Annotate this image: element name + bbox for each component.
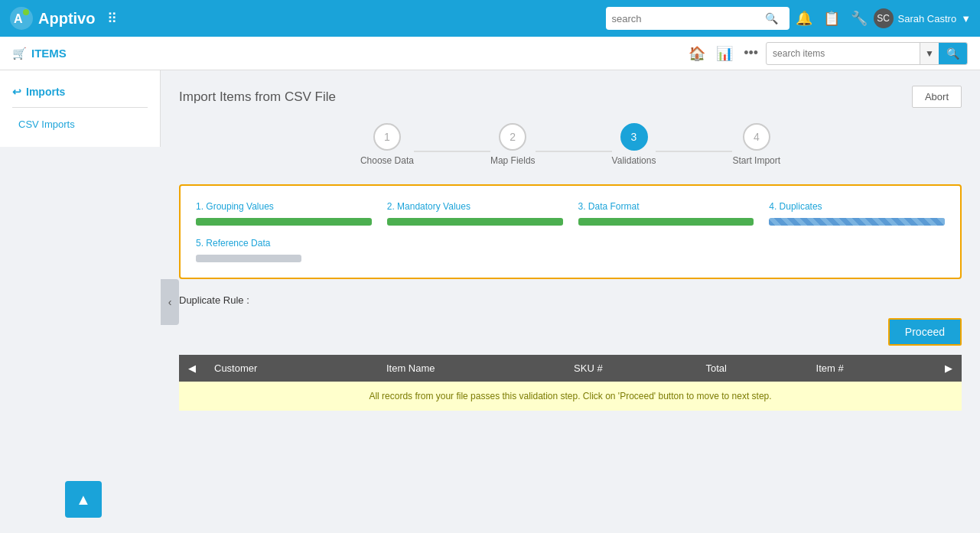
top-search-button[interactable]: 🔍 xyxy=(765,12,778,24)
step-1-circle: 1 xyxy=(373,123,401,151)
progress-bar-2 xyxy=(387,218,563,226)
validation-label-2: 2. Mandatory Values xyxy=(387,201,563,212)
table-col-total: Total xyxy=(696,355,806,382)
import-icon: ↩ xyxy=(12,86,21,98)
table-col-item-name: Item Name xyxy=(377,355,565,382)
table-row: All records from your file passes this v… xyxy=(179,382,962,411)
home-icon[interactable]: 🏠 xyxy=(685,42,708,65)
step-group-2: 2 Map Fields xyxy=(490,123,612,166)
abort-button[interactable]: Abort xyxy=(912,86,962,108)
validation-label-1: 1. Grouping Values xyxy=(196,201,372,212)
sidebar-wrapper: ↩ Imports CSV Imports ‹ xyxy=(0,70,161,533)
sidebar-collapse-button[interactable]: ‹ xyxy=(161,279,179,325)
step-connector-3 xyxy=(656,151,732,152)
step-1: 1 Choose Data xyxy=(360,123,414,166)
sidebar-section-imports: ↩ Imports xyxy=(0,83,160,104)
duplicate-rule-label: Duplicate Rule : xyxy=(179,294,249,306)
sub-navigation: 🛒 ITEMS 🏠 📊 ••• ▼ 🔍 xyxy=(0,37,980,70)
step-3-label: Validations xyxy=(612,155,656,166)
chevron-up-icon: ▲ xyxy=(76,491,91,509)
sidebar-divider xyxy=(12,107,148,108)
duplicate-rule-section: Duplicate Rule : xyxy=(179,294,962,306)
main-content: Import Items from CSV File Abort 1 Choos… xyxy=(161,70,980,533)
step-4-label: Start Import xyxy=(732,155,780,166)
validation-box: 1. Grouping Values 2. Mandatory Values 3… xyxy=(179,184,962,279)
top-search-wrapper: 🔍 🔔 📋 🔧 SC Sarah Castro ▼ xyxy=(606,7,971,30)
notification-icon[interactable]: 🔔 xyxy=(796,10,812,27)
step-4-circle: 4 xyxy=(743,123,770,151)
clipboard-icon[interactable]: 📋 xyxy=(823,10,840,27)
sub-nav-search-input[interactable] xyxy=(767,48,920,59)
table-next-icon[interactable]: ▶ xyxy=(936,355,962,382)
chevron-down-icon: ▼ xyxy=(925,48,934,59)
logo: A Apptivo xyxy=(9,6,95,31)
validation-label-3: 3. Data Format xyxy=(578,201,754,212)
progress-bar-1 xyxy=(196,218,372,226)
step-3-circle: 3 xyxy=(620,123,648,151)
table-body: All records from your file passes this v… xyxy=(179,382,962,411)
validation-label-5: 5. Reference Data xyxy=(196,238,372,249)
step-group-1: 1 Choose Data xyxy=(360,123,490,166)
svg-text:A: A xyxy=(14,12,23,25)
scroll-up-button[interactable]: ▲ xyxy=(65,481,102,518)
apptivo-logo: A xyxy=(9,6,34,31)
user-name: Sarah Castro xyxy=(898,13,957,24)
settings-icon[interactable]: 🔧 xyxy=(851,10,868,27)
user-menu[interactable]: SC Sarah Castro ▼ xyxy=(874,8,971,28)
chart-icon[interactable]: 📊 xyxy=(713,42,736,65)
success-message: All records from your file passes this v… xyxy=(369,391,771,401)
nav-icons: 🔔 📋 🔧 xyxy=(796,10,868,27)
sub-nav-search-bar: ▼ 🔍 xyxy=(766,42,968,65)
step-2-label: Map Fields xyxy=(490,155,536,166)
top-search-bar: 🔍 xyxy=(606,7,790,30)
step-2: 2 Map Fields xyxy=(490,123,536,166)
items-module-title: 🛒 ITEMS xyxy=(12,47,67,60)
step-group-3: 3 Validations xyxy=(612,123,733,166)
user-dropdown-icon: ▼ xyxy=(961,13,971,24)
table-header-row: ◀ Customer Item Name SKU # Total Item # … xyxy=(179,355,962,382)
progress-bar-5 xyxy=(196,255,301,262)
main-layout: ↩ Imports CSV Imports ‹ Import Items fro… xyxy=(0,70,980,533)
table-col-sku: SKU # xyxy=(565,355,696,382)
app-name: Apptivo xyxy=(38,10,95,28)
validation-item-1: 1. Grouping Values xyxy=(196,201,372,226)
sidebar: ↩ Imports CSV Imports xyxy=(0,70,161,147)
stepper: 1 Choose Data 2 Map Fields 3 xyxy=(179,123,962,166)
top-navigation: A Apptivo ⠿ 🔍 🔔 📋 🔧 SC Sarah Castro ▼ xyxy=(0,0,980,37)
grid-icon[interactable]: ⠿ xyxy=(107,10,117,27)
table-header: ◀ Customer Item Name SKU # Total Item # … xyxy=(179,355,962,382)
content-header: Import Items from CSV File Abort xyxy=(179,86,962,108)
sub-nav-search-button[interactable]: 🔍 xyxy=(939,43,967,64)
validation-item-2: 2. Mandatory Values xyxy=(387,201,563,226)
table-col-item-num: Item # xyxy=(807,355,936,382)
validation-item-3: 3. Data Format xyxy=(578,201,754,226)
step-group-4: 4 Start Import xyxy=(732,123,780,166)
search-dropdown-button[interactable]: ▼ xyxy=(920,43,939,64)
validation-item-5: 5. Reference Data xyxy=(196,238,372,262)
step-1-label: Choose Data xyxy=(360,155,414,166)
more-options-icon[interactable]: ••• xyxy=(741,42,761,64)
proceed-button[interactable]: Proceed xyxy=(888,318,962,346)
avatar: SC xyxy=(874,8,894,28)
validation-item-4: 4. Duplicates xyxy=(769,201,945,226)
sub-nav-right: 🏠 📊 ••• ▼ 🔍 xyxy=(685,42,968,65)
data-table: ◀ Customer Item Name SKU # Total Item # … xyxy=(179,355,962,411)
progress-bar-3 xyxy=(578,218,754,226)
progress-bar-4 xyxy=(769,218,945,226)
validation-label-4: 4. Duplicates xyxy=(769,201,945,212)
step-connector-2 xyxy=(536,151,612,152)
proceed-area: Proceed xyxy=(179,318,962,346)
svg-point-2 xyxy=(23,9,29,15)
validation-grid: 1. Grouping Values 2. Mandatory Values 3… xyxy=(196,201,945,262)
cart-icon: 🛒 xyxy=(12,47,27,60)
step-3: 3 Validations xyxy=(612,123,656,166)
table-prev-icon[interactable]: ◀ xyxy=(179,355,205,382)
sidebar-item-csv-imports[interactable]: CSV Imports xyxy=(0,114,160,135)
step-4: 4 Start Import xyxy=(732,123,780,166)
top-search-input[interactable] xyxy=(612,13,765,24)
page-title: Import Items from CSV File xyxy=(179,89,336,105)
step-connector-1 xyxy=(414,151,490,152)
step-2-circle: 2 xyxy=(499,123,526,151)
table-col-customer: Customer xyxy=(205,355,377,382)
